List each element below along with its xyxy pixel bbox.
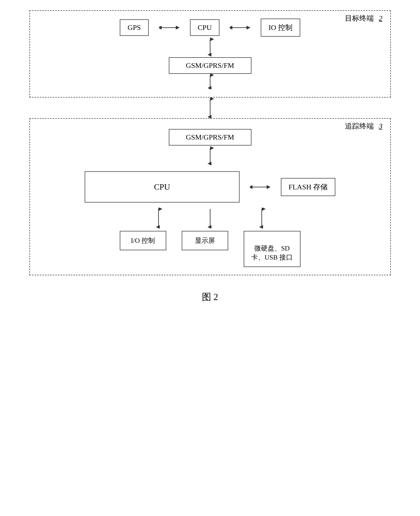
target-label-text: 目标终端 — [345, 13, 374, 23]
io-box-top: IO 控制 — [261, 19, 300, 37]
figure-caption: 图 2 — [202, 291, 218, 303]
arrow-cpu-display — [205, 208, 215, 228]
arrow-cpu-flash — [250, 183, 271, 191]
diagram-container: 目标终端 2 GPS — [29, 10, 391, 303]
target-section-label: 目标终端 2 — [345, 13, 383, 23]
arrow-between-sections — [205, 98, 215, 118]
cpu-box-bottom: CPU — [85, 171, 240, 203]
arrow-cpu-io-bottom — [153, 208, 164, 228]
io-bottom-box: I/O 控制 — [120, 231, 166, 250]
bottom-boxes-row: I/O 控制 显示屏 微硬盘、SD 卡、USB 接口 — [120, 231, 300, 267]
target-inner: GPS CPU — [40, 19, 380, 89]
tracking-label-text: 追踪终端 — [345, 121, 374, 131]
arrow-gsm-cpu-bottom — [205, 146, 215, 166]
cpu-flash-row: CPU FLASH 存储 — [40, 171, 380, 203]
target-label-number: 2 — [379, 14, 383, 22]
flash-box: FLASH 存储 — [281, 178, 336, 196]
arrow-cpu-storage — [257, 208, 267, 228]
gsm-box-bottom: GSM/GPRS/FM — [169, 129, 251, 146]
arrow-exit-top — [205, 74, 215, 89]
cpu-box-top: CPU — [190, 19, 219, 36]
gsm-box-top: GSM/GPRS/FM — [169, 57, 251, 74]
arrow-gps-cpu — [159, 24, 180, 31]
target-top-row: GPS CPU — [120, 19, 300, 37]
tracking-section-label: 追踪终端 3 — [345, 121, 383, 131]
display-box: 显示屏 — [182, 231, 228, 250]
storage-box: 微硬盘、SD 卡、USB 接口 — [244, 231, 300, 267]
tracking-label-number: 3 — [379, 122, 383, 130]
gps-box: GPS — [120, 19, 148, 36]
target-section: 目标终端 2 GPS — [29, 10, 391, 98]
cpu-bottom-arrows-row — [40, 208, 380, 228]
tracking-inner: GSM/GPRS/FM CPU — [40, 126, 380, 267]
arrow-cpu-io — [230, 24, 250, 31]
arrow-cpu-gsm-top — [205, 37, 215, 57]
tracking-section: 追踪终端 3 GSM/GPRS/FM — [29, 118, 391, 275]
